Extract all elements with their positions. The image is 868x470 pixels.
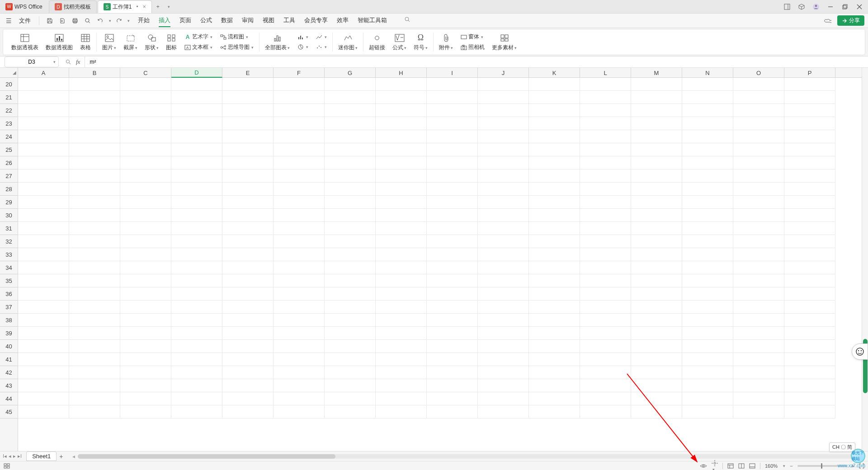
expand-formula-icon[interactable] [63,57,73,67]
cell-C33[interactable] [120,248,171,261]
cell-L26[interactable] [580,156,631,169]
cell-O35[interactable] [733,274,784,287]
cell-M43[interactable] [631,379,682,392]
cell-P39[interactable] [784,327,835,340]
cell-J35[interactable] [478,274,529,287]
cell-J27[interactable] [478,169,529,183]
row-header-23[interactable]: 23 [0,117,18,130]
pivot-chart-button[interactable]: 数据透视图 [44,32,75,52]
cell-N35[interactable] [682,274,733,287]
cell-C30[interactable] [120,209,171,222]
cell-K30[interactable] [529,209,580,222]
cell-A39[interactable] [18,327,69,340]
cell-O41[interactable] [733,353,784,366]
line-chart-button[interactable]: ▾ [314,33,329,42]
cell-N34[interactable] [682,261,733,274]
cell-L37[interactable] [580,301,631,314]
cell-J39[interactable] [478,327,529,340]
cell-O20[interactable] [733,78,784,91]
cell-G40[interactable] [325,340,376,353]
cell-C23[interactable] [120,117,171,130]
export-icon[interactable] [57,16,67,26]
status-mode-icon[interactable] [4,463,10,469]
cell-J28[interactable] [478,183,529,196]
col-header-I[interactable]: I [427,68,478,78]
cell-N36[interactable] [682,287,733,301]
col-header-B[interactable]: B [69,68,120,78]
cell-B40[interactable] [69,340,120,353]
cell-G36[interactable] [325,287,376,301]
cell-A26[interactable] [18,156,69,169]
cell-F33[interactable] [274,248,325,261]
cell-B35[interactable] [69,274,120,287]
cell-D20[interactable] [171,78,222,91]
cell-O28[interactable] [733,183,784,196]
cell-P22[interactable] [784,104,835,117]
cell-A38[interactable] [18,314,69,327]
row-header-30[interactable]: 30 [0,209,18,222]
cube-icon[interactable] [797,3,806,11]
col-header-K[interactable]: K [529,68,580,78]
hscroll-thumb[interactable] [78,454,335,459]
cell-L45[interactable] [580,405,631,418]
cell-M42[interactable] [631,366,682,379]
row-header-25[interactable]: 25 [0,143,18,156]
cell-D39[interactable] [171,327,222,340]
row-header-36[interactable]: 36 [0,287,18,301]
cell-H40[interactable] [376,340,427,353]
cell-M37[interactable] [631,301,682,314]
cell-J41[interactable] [478,353,529,366]
cell-K42[interactable] [529,366,580,379]
cell-K24[interactable] [529,130,580,143]
cell-H23[interactable] [376,117,427,130]
cell-O36[interactable] [733,287,784,301]
row-header-32[interactable]: 32 [0,235,18,248]
cell-G41[interactable] [325,353,376,366]
cell-O26[interactable] [733,156,784,169]
cell-P29[interactable] [784,196,835,209]
cell-J32[interactable] [478,235,529,248]
cell-A40[interactable] [18,340,69,353]
cell-P34[interactable] [784,261,835,274]
cell-F31[interactable] [274,222,325,235]
cell-K40[interactable] [529,340,580,353]
row-header-29[interactable]: 29 [0,196,18,209]
cell-N43[interactable] [682,379,733,392]
save-icon[interactable] [45,16,55,26]
cell-D32[interactable] [171,235,222,248]
cell-G25[interactable] [325,143,376,156]
cell-K22[interactable] [529,104,580,117]
cell-B41[interactable] [69,353,120,366]
cell-N28[interactable] [682,183,733,196]
all-charts-button[interactable]: 全部图表▾ [263,32,292,52]
cell-B25[interactable] [69,143,120,156]
cell-F41[interactable] [274,353,325,366]
cell-P42[interactable] [784,366,835,379]
cell-A32[interactable] [18,235,69,248]
cell-N21[interactable] [682,91,733,104]
mindmap-button[interactable]: 思维导图▾ [218,42,255,52]
cell-E30[interactable] [222,209,274,222]
col-header-E[interactable]: E [222,68,274,78]
name-box[interactable]: ▾ [5,56,59,67]
cell-N38[interactable] [682,314,733,327]
cell-D23[interactable] [171,117,222,130]
tab-data[interactable]: 数据 [221,14,233,27]
cell-O45[interactable] [733,405,784,418]
table-button[interactable]: 表格 [78,32,93,52]
cell-O31[interactable] [733,222,784,235]
tab-page[interactable]: 页面 [179,14,191,27]
cell-I39[interactable] [427,327,478,340]
cell-P27[interactable] [784,169,835,183]
cell-K38[interactable] [529,314,580,327]
cell-I27[interactable] [427,169,478,183]
cell-L25[interactable] [580,143,631,156]
cell-A28[interactable] [18,183,69,196]
row-header-41[interactable]: 41 [0,353,18,366]
cell-N30[interactable] [682,209,733,222]
cell-J42[interactable] [478,366,529,379]
cell-H44[interactable] [376,392,427,405]
cell-I35[interactable] [427,274,478,287]
cell-A42[interactable] [18,366,69,379]
cell-C34[interactable] [120,261,171,274]
